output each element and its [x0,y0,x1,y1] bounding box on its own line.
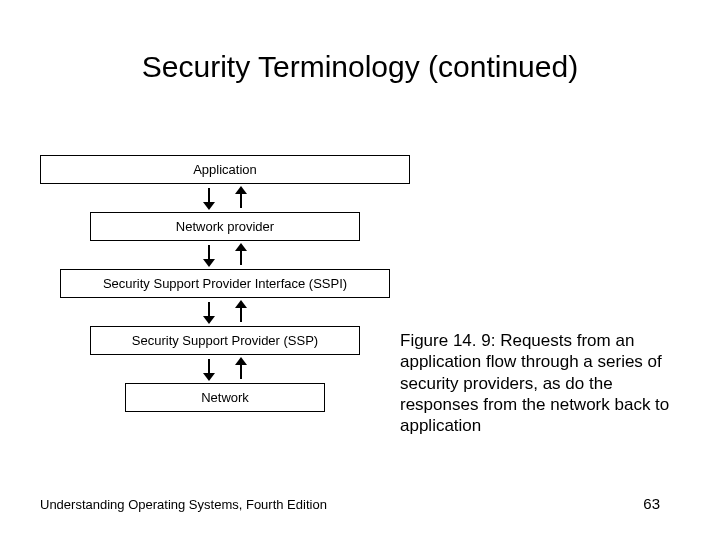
box-application: Application [40,155,410,184]
slide: Security Terminology (continued) Applica… [0,0,720,540]
arrow-down-icon [199,184,219,212]
box-sspi: Security Support Provider Interface (SSP… [60,269,390,298]
arrows-4 [40,355,410,383]
arrows-1 [40,184,410,212]
page-title: Security Terminology (continued) [0,50,720,84]
flow-diagram: Application Network provider Security Su… [40,155,410,412]
arrow-up-icon [231,355,251,383]
arrow-up-icon [231,298,251,326]
arrow-up-icon [231,184,251,212]
box-network: Network [125,383,325,412]
arrow-down-icon [199,355,219,383]
arrow-up-icon [231,241,251,269]
box-network-provider: Network provider [90,212,360,241]
figure-caption: Figure 14. 9: Requests from an applicati… [400,330,680,436]
arrow-down-icon [199,298,219,326]
arrow-down-icon [199,241,219,269]
footer-source: Understanding Operating Systems, Fourth … [40,497,327,512]
footer-page: 63 [643,495,660,512]
arrows-2 [40,241,410,269]
box-ssp: Security Support Provider (SSP) [90,326,360,355]
arrows-3 [40,298,410,326]
